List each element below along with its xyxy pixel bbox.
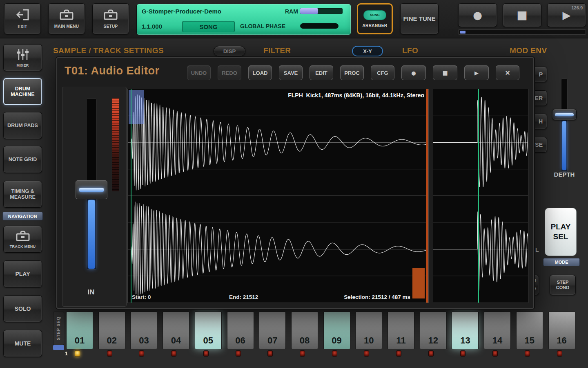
sidebar-item-drum-machine[interactable]: DRUM MACHINE — [3, 78, 42, 105]
top-bar: EXIT MAIN MENU SETUP G-Stomper-Producer-… — [0, 0, 588, 38]
step-led[interactable] — [267, 350, 273, 357]
editor-button-cfg[interactable]: CFG — [371, 65, 394, 80]
step-led[interactable] — [557, 350, 562, 357]
play-sel-button[interactable]: PLAY SEL — [545, 208, 577, 256]
audio-editor-dialog: T01: Audio Editor UNDOREDOLOADSAVEEDITPR… — [56, 57, 534, 309]
step-led[interactable] — [139, 350, 144, 357]
end-cursor[interactable] — [426, 89, 428, 303]
step-led-on[interactable] — [75, 350, 80, 357]
fine-tune-button[interactable]: FINE TUNE — [400, 3, 439, 34]
song-mode-button[interactable]: SONG — [182, 21, 235, 32]
input-gain-panel: IN — [62, 87, 127, 307]
filter-title: FILTER — [263, 46, 291, 55]
editor-button-proc[interactable]: PROC — [340, 65, 364, 80]
step-button-07[interactable]: 07 — [259, 312, 286, 349]
step-led[interactable] — [428, 350, 434, 357]
record-button[interactable]: ● — [458, 3, 497, 27]
setup-button[interactable]: SETUP — [92, 3, 129, 34]
record-icon: ● — [473, 10, 482, 20]
exit-icon — [15, 9, 30, 22]
step-led[interactable] — [460, 350, 466, 357]
sidebar-item-mixer[interactable]: MIXER — [3, 44, 42, 71]
step-led[interactable] — [396, 350, 401, 357]
step-cond-button[interactable]: STEP COND — [550, 275, 576, 295]
play-button[interactable]: 126.9 ▶ — [547, 3, 586, 27]
stop-button[interactable]: ■ — [503, 3, 541, 27]
sidebar-item-drum-pads[interactable]: DRUM PADS — [3, 112, 42, 139]
slider-stripe — [79, 188, 104, 192]
zoom-cursor — [478, 89, 479, 303]
step-led[interactable] — [364, 350, 369, 357]
sidebar-item-play[interactable]: PLAY — [3, 260, 42, 287]
waveform-zoom-display[interactable] — [433, 89, 528, 303]
step-button-09[interactable]: 09 — [323, 312, 350, 349]
zoom-left-channel — [433, 97, 528, 187]
track-menu-icon — [16, 230, 30, 242]
editor-button-undo[interactable]: UNDO — [187, 65, 211, 80]
fine-tune-label: FINE TUNE — [403, 15, 435, 23]
step-led[interactable] — [236, 350, 241, 357]
drum-machine-label: DRUM MACHINE — [5, 86, 40, 97]
song-title: G-Stomper-Producer-Demo — [142, 8, 221, 15]
step-led[interactable] — [492, 350, 498, 357]
song-arranger-button[interactable]: SONG ARRANGER — [357, 3, 393, 34]
in-fader-handle[interactable] — [76, 180, 107, 199]
step-led[interactable] — [300, 350, 305, 357]
step-button-03[interactable]: 03 — [130, 312, 157, 349]
waveform-display[interactable]: FLPH_Kick1, 487ms (84KB), 16bit, 44.1kHz… — [127, 89, 429, 303]
start-readout: Start: 0 — [132, 294, 151, 300]
close-button[interactable]: × — [496, 65, 519, 80]
xy-button[interactable]: X-Y — [352, 46, 383, 56]
step-button-02[interactable]: 02 — [98, 312, 125, 349]
sidebar-item-track-menu[interactable]: TRACK MENU — [3, 226, 42, 253]
step-button-04[interactable]: 04 — [163, 312, 189, 349]
step-button-16[interactable]: 16 — [548, 312, 575, 349]
step-button-01[interactable]: 01 — [66, 312, 93, 349]
in-fader-fill — [88, 200, 95, 269]
step-seq-tab[interactable]: STEP SEQ — [53, 312, 64, 345]
step-led[interactable] — [171, 350, 176, 357]
editor-button-redo[interactable]: REDO — [218, 65, 241, 80]
sidebar-item-note-grid[interactable]: NOTE GRID — [3, 146, 42, 173]
editor-button-save[interactable]: SAVE — [279, 65, 303, 80]
main-menu-button[interactable]: MAIN MENU — [48, 3, 85, 34]
step-led[interactable] — [332, 350, 337, 357]
step-button-12[interactable]: 12 — [420, 312, 447, 349]
step-button-14[interactable]: 14 — [484, 312, 511, 349]
editor-button-load[interactable]: LOAD — [248, 65, 272, 80]
step-button-10[interactable]: 10 — [355, 312, 382, 349]
setup-label: SETUP — [104, 24, 118, 29]
step-led[interactable] — [525, 350, 530, 357]
sample-track-settings-title: SAMPLE / TRACK SETTINGS — [53, 46, 164, 55]
close-icon: × — [505, 68, 510, 78]
step-led[interactable] — [107, 350, 112, 357]
step-led[interactable] — [203, 350, 209, 357]
editor-button-edit[interactable]: EDIT — [310, 65, 333, 80]
mixer-label: MIXER — [16, 63, 29, 67]
play-label: PLAY — [15, 271, 30, 277]
song-position-bar[interactable] — [458, 29, 586, 35]
editor-record-button[interactable]: ● — [401, 65, 426, 80]
selection-end-handle[interactable] — [412, 268, 425, 298]
play-icon: ▶ — [474, 70, 479, 76]
editor-stop-button[interactable]: ■ — [433, 65, 457, 80]
step-button-13[interactable]: 13 — [452, 312, 479, 349]
step-number: 15 — [525, 335, 535, 349]
step-button-06[interactable]: 06 — [227, 312, 254, 349]
mixer-icon — [16, 48, 30, 61]
step-button-08[interactable]: 08 — [291, 312, 318, 349]
step-number: 08 — [300, 335, 310, 349]
exit-button[interactable]: EXIT — [4, 3, 41, 34]
sidebar-item-timing-measure[interactable]: TIMING & MEASURE — [3, 181, 42, 208]
in-label: IN — [71, 288, 111, 296]
step-button-15[interactable]: 15 — [516, 312, 543, 349]
play-icon: ▶ — [563, 10, 571, 20]
depth-slider-handle[interactable] — [552, 109, 577, 120]
disp-button[interactable]: DISP — [214, 46, 245, 56]
editor-play-button[interactable]: ▶ — [464, 65, 489, 80]
step-button-05[interactable]: 05 — [195, 312, 222, 349]
step-button-11[interactable]: 11 — [388, 312, 414, 349]
editor-toolbar: UNDOREDOLOADSAVEEDITPROCCFG ● ■ ▶ × — [187, 65, 519, 80]
depth-label: DEPTH — [550, 171, 579, 178]
start-cursor[interactable] — [131, 89, 131, 303]
